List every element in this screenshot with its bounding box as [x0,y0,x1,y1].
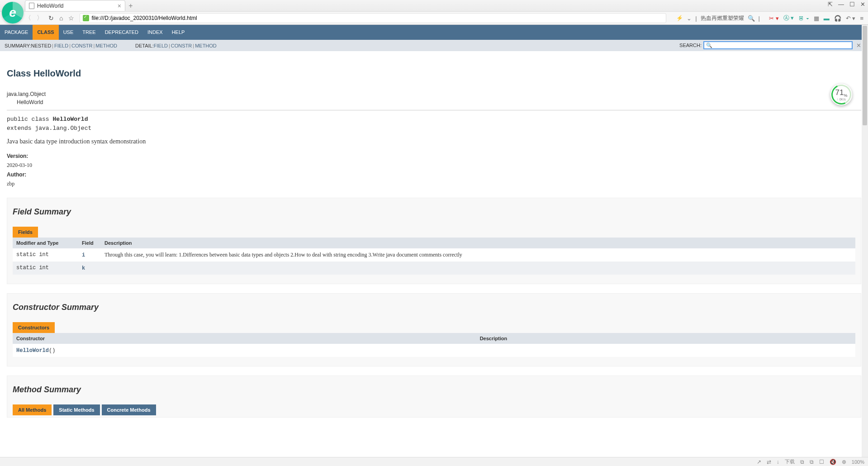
zoom-level[interactable]: 100% [852,459,864,465]
mute-icon[interactable]: 🔇 [830,459,836,465]
vertical-scrollbar[interactable] [862,25,868,457]
cell-desc: Through this case, you will learn: 1.Dif… [101,248,855,262]
col-field: Field [78,238,101,248]
inheritance-tree: java.lang.Object HelloWorld [7,90,861,106]
summary-label: SUMMARY: [5,43,31,48]
search-icon[interactable]: 🔍 [748,15,755,22]
col-desc: Description [101,238,855,248]
sep: | [169,43,170,48]
cell-mod: static int [13,262,78,275]
nav-help[interactable]: HELP [167,25,190,40]
sep: | [93,43,95,48]
perf-rate: ↑ 0K/s [837,98,845,101]
zoom-icon[interactable]: ⊕ [842,459,846,465]
qr-icon[interactable]: ▦ [814,15,819,22]
minimize-icon[interactable]: — [838,1,844,8]
inherit-child: HelloWorld [17,98,861,106]
tab-all-methods[interactable]: All Methods [13,404,52,415]
detail-constr-link[interactable]: CONSTR [171,43,192,48]
new-tab-button[interactable]: + [125,0,136,11]
divider: | [695,15,697,22]
class-meta: Version: 2020-03-10 Author: zbp [7,152,861,189]
url-input[interactable] [91,15,663,21]
nav-index[interactable]: INDEX [143,25,167,40]
maximize-icon[interactable]: ☐ [849,1,855,8]
nav-deprecated[interactable]: DEPRECATED [100,25,143,40]
scrollbar-thumb[interactable] [863,26,867,125]
search-box[interactable]: 🔍 [703,41,853,49]
download-icon[interactable]: ↓ [777,459,779,465]
cell-mod: static int [13,248,78,262]
magnifier-icon: 🔍 [706,43,712,48]
clear-search-icon[interactable]: ✕ [856,42,861,49]
forward-icon[interactable]: 〉 [37,14,43,22]
address-bar[interactable] [80,13,666,23]
decl-prefix: public class [7,116,52,123]
fields-table: Modifier and Type Field Description stat… [13,238,855,275]
detail-label: DETAIL: [135,43,154,48]
performance-badge[interactable]: 71% ↑ 0K/s [830,84,852,105]
constructor-summary-title: Constructor Summary [13,303,855,312]
detail-field-link[interactable]: FIELD [154,43,168,48]
security-shield-icon [83,15,89,21]
version-label: Version: [7,152,861,161]
method-summary-block: Method Summary All Methods Static Method… [7,376,861,418]
perf-percent: 71% [835,88,848,98]
window-controls: ⇱ — ☐ ✕ [828,1,865,8]
summary-constr-link[interactable]: CONSTR [71,43,92,48]
address-bar-row: 〈 〉 ↻ ⌂ ☆ ⚡ ⌄ | 热血再燃重塑荣耀 🔍 | ✂ ▾ Ⓐ ▾ ⛨ ▾… [0,11,868,25]
divider-line [7,110,861,110]
javadoc-body: Class HelloWorld java.lang.Object HelloW… [0,51,868,457]
file-icon [29,3,34,9]
favorite-icon[interactable]: ☆ [68,14,74,22]
battery-icon[interactable]: ▬ [824,15,830,22]
translate-icon[interactable]: Ⓐ ▾ [783,14,794,22]
tab-static-methods[interactable]: Static Methods [53,404,100,415]
status-icon[interactable]: ☐ [819,459,824,465]
shield-icon[interactable]: ⛨ ▾ [798,15,809,22]
field-link-i[interactable]: i [82,252,85,258]
browser-logo [2,2,24,24]
promo-text[interactable]: 热血再燃重塑荣耀 [701,14,744,22]
sep: | [69,43,71,48]
search-input[interactable] [714,43,850,48]
javadoc-subnav: SUMMARY: NESTED | FIELD | CONSTR | METHO… [0,40,868,51]
home-icon[interactable]: ⌂ [59,14,63,22]
table-row: static int i Through this case, you will… [13,248,855,262]
status-icon[interactable]: ⇄ [767,459,771,465]
close-tab-icon[interactable]: × [118,2,121,10]
status-icon[interactable]: ↗ [757,459,761,465]
nav-use[interactable]: USE [59,25,78,40]
tab-concrete-methods[interactable]: Concrete Methods [102,404,156,415]
browser-tab[interactable]: HelloWorld × [25,0,125,11]
nav-class[interactable]: CLASS [33,25,58,40]
reload-icon[interactable]: ↻ [48,14,54,22]
summary-field-link[interactable]: FIELD [54,43,68,48]
pin-icon[interactable]: ⇱ [828,1,833,8]
close-window-icon[interactable]: ✕ [860,1,865,8]
browser-tab-strip: HelloWorld × + ⇱ — ☐ ✕ [0,0,868,11]
field-link-k[interactable]: k [82,265,85,271]
nav-tree[interactable]: TREE [78,25,100,40]
ctor-link[interactable]: HelloWorld [16,347,49,354]
headphones-icon[interactable]: 🎧 [834,15,841,22]
nav-package[interactable]: PACKAGE [0,25,33,40]
download-label[interactable]: 下载 [785,458,795,465]
summary-method-link[interactable]: METHOD [95,43,117,48]
undo-icon[interactable]: ↶ ▾ [846,15,856,22]
field-summary-block: Field Summary Fields Modifier and Type F… [7,198,861,284]
status-icon[interactable]: ⧉ [810,459,814,465]
table-row: HelloWorld() [13,344,855,357]
cell-desc [476,344,855,357]
menu-icon[interactable]: ≡ [860,15,863,22]
fields-caption: Fields [13,227,38,238]
bolt-icon[interactable]: ⚡ [676,15,683,21]
back-icon[interactable]: 〈 [25,14,31,22]
scissors-icon[interactable]: ✂ ▾ [769,15,779,22]
summary-nested: NESTED [31,43,51,48]
sep: | [52,43,53,48]
detail-method-link[interactable]: METHOD [195,43,217,48]
author-value: zbp [7,179,861,188]
status-icon[interactable]: ⧉ [800,459,804,465]
chevron-down-icon[interactable]: ⌄ [687,15,692,22]
